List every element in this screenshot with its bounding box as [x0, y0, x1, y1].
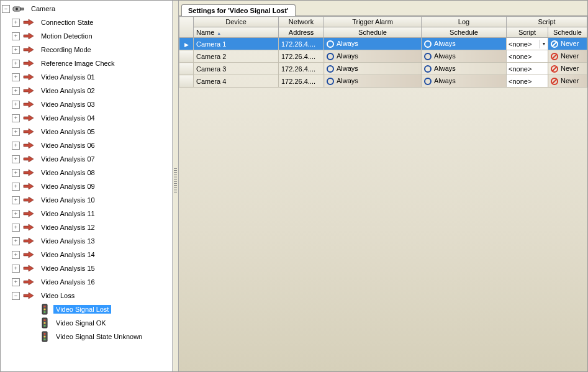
cell-name[interactable]: Camera 2	[194, 50, 279, 63]
tree-item[interactable]: +Video Analysis 02	[1, 84, 172, 98]
tree-item[interactable]: +Video Analysis 13	[1, 234, 172, 248]
tree-item[interactable]: +Video Analysis 16	[1, 275, 172, 289]
tree-item[interactable]: +Recording Mode	[1, 43, 172, 57]
tree-item[interactable]: +Video Analysis 06	[1, 138, 172, 152]
col-trigger[interactable]: Trigger Alarm	[324, 17, 422, 27]
expand-icon[interactable]: +	[12, 278, 20, 286]
expand-icon[interactable]: +	[12, 251, 20, 259]
expand-icon[interactable]: +	[12, 32, 20, 40]
col-device[interactable]: Device	[194, 17, 279, 27]
cell-script-schedule[interactable]: Never	[548, 63, 587, 75]
cell-script-schedule[interactable]: Never	[548, 75, 587, 88]
cell-trigger-schedule[interactable]: Always	[324, 75, 422, 88]
col-log-schedule[interactable]: Schedule	[422, 27, 507, 38]
table-row[interactable]: Camera 4172.26.4....AlwaysAlways<none>Ne…	[179, 75, 587, 88]
expand-icon[interactable]: +	[12, 224, 20, 232]
expand-icon[interactable]: +	[12, 196, 20, 204]
col-name[interactable]: Name▲	[194, 27, 279, 38]
tree-root-camera[interactable]: − Camera	[1, 2, 172, 16]
cell-log-schedule[interactable]: Always	[422, 50, 507, 63]
cell-name[interactable]: Camera 4	[194, 75, 279, 88]
expand-icon[interactable]: +	[12, 265, 20, 273]
col-script-name[interactable]: Script	[507, 27, 548, 38]
arrow-icon	[22, 114, 35, 122]
tree-item[interactable]: +Video Analysis 10	[1, 193, 172, 207]
arrow-icon	[22, 223, 35, 232]
tree-item[interactable]: +Video Analysis 11	[1, 207, 172, 220]
tree-item[interactable]: +Video Analysis 05	[1, 125, 172, 138]
settings-grid[interactable]: Device Network Trigger Alarm Log Script …	[179, 16, 587, 371]
camera-icon	[12, 4, 25, 13]
col-script[interactable]: Script	[507, 17, 587, 27]
col-trigger-schedule[interactable]: Schedule	[324, 27, 422, 38]
tree-item[interactable]: +Connection State	[1, 16, 172, 29]
expand-icon[interactable]: +	[12, 73, 20, 81]
cell-script-schedule[interactable]: Never	[548, 38, 587, 50]
col-script-schedule[interactable]: Schedule	[548, 27, 587, 38]
table-row[interactable]: Camera 3172.26.4....AlwaysAlways<none>Ne…	[179, 63, 587, 75]
col-network[interactable]: Network	[279, 17, 324, 27]
table-row[interactable]: ▶Camera 1172.26.4....AlwaysAlways<none>▾…	[179, 38, 587, 50]
arrow-icon	[22, 127, 35, 136]
cell-script[interactable]: <none>	[507, 75, 548, 88]
tree-item-label: Video Analysis 04	[38, 114, 97, 122]
tree-panel[interactable]: − Camera +Connection State+Motion Detect…	[1, 1, 173, 371]
tree-item[interactable]: +Reference Image Check	[1, 57, 172, 70]
cell-log-schedule[interactable]: Always	[422, 38, 507, 50]
cell-name[interactable]: Camera 3	[194, 63, 279, 75]
tree-item[interactable]: +Video Analysis 03	[1, 98, 172, 111]
tree-item[interactable]: +Video Analysis 12	[1, 220, 172, 234]
cell-address[interactable]: 172.26.4....	[279, 63, 324, 75]
table-row[interactable]: Camera 2172.26.4....AlwaysAlways<none>Ne…	[179, 50, 587, 63]
splitter[interactable]	[173, 1, 179, 371]
cell-address[interactable]: 172.26.4....	[279, 50, 324, 63]
dropdown-icon[interactable]: ▾	[540, 40, 548, 48]
schedule-always-icon	[424, 53, 432, 60]
expand-icon[interactable]: +	[12, 155, 20, 163]
tree-item[interactable]: +Video Analysis 14	[1, 248, 172, 261]
expand-icon[interactable]: +	[12, 19, 20, 27]
tree-child-item[interactable]: Video Signal Lost	[1, 302, 172, 316]
tree-child-item[interactable]: Video Signal OK	[1, 316, 172, 330]
expand-icon[interactable]: +	[12, 183, 20, 191]
tree-item[interactable]: +Video Analysis 15	[1, 261, 172, 275]
cell-script[interactable]: <none>	[507, 50, 548, 63]
tab-settings[interactable]: Settings for 'Video Signal Lost'	[181, 4, 296, 16]
expand-icon[interactable]: +	[12, 237, 20, 245]
expand-icon[interactable]: +	[12, 210, 20, 218]
cell-script-schedule[interactable]: Never	[548, 50, 587, 63]
tree-item[interactable]: −Video Loss	[1, 289, 172, 302]
tree-item[interactable]: +Video Analysis 08	[1, 166, 172, 179]
expand-icon[interactable]: +	[12, 169, 20, 177]
collapse-icon[interactable]: −	[2, 5, 10, 13]
arrow-icon	[22, 250, 35, 259]
col-address[interactable]: Address	[279, 27, 324, 38]
tree-child-item[interactable]: Video Signal State Unknown	[1, 330, 172, 343]
expand-icon[interactable]: +	[12, 101, 20, 109]
header-row-1: Device Network Trigger Alarm Log Script	[179, 17, 587, 27]
cell-log-schedule[interactable]: Always	[422, 75, 507, 88]
cell-trigger-schedule[interactable]: Always	[324, 50, 422, 63]
cell-trigger-schedule[interactable]: Always	[324, 38, 422, 50]
tree-item[interactable]: +Video Analysis 07	[1, 152, 172, 166]
tree-item[interactable]: +Motion Detection	[1, 29, 172, 43]
cell-script[interactable]: <none>▾	[507, 38, 548, 50]
expand-icon[interactable]: −	[12, 292, 20, 300]
tree-item[interactable]: +Video Analysis 04	[1, 111, 172, 125]
cell-script[interactable]: <none>	[507, 63, 548, 75]
cell-address[interactable]: 172.26.4....	[279, 38, 324, 50]
expand-icon[interactable]: +	[12, 46, 20, 54]
tree-item[interactable]: +Video Analysis 01	[1, 70, 172, 84]
expand-icon[interactable]: +	[12, 60, 20, 68]
tree-item[interactable]: +Video Analysis 09	[1, 179, 172, 193]
cell-trigger-schedule[interactable]: Always	[324, 63, 422, 75]
col-log[interactable]: Log	[422, 17, 507, 27]
expand-icon[interactable]: +	[12, 128, 20, 136]
cell-address[interactable]: 172.26.4....	[279, 75, 324, 88]
expand-icon[interactable]: +	[12, 87, 20, 95]
svg-point-5	[43, 308, 45, 310]
expand-icon[interactable]: +	[12, 114, 20, 122]
cell-log-schedule[interactable]: Always	[422, 63, 507, 75]
cell-name[interactable]: Camera 1	[194, 38, 279, 50]
expand-icon[interactable]: +	[12, 142, 20, 150]
